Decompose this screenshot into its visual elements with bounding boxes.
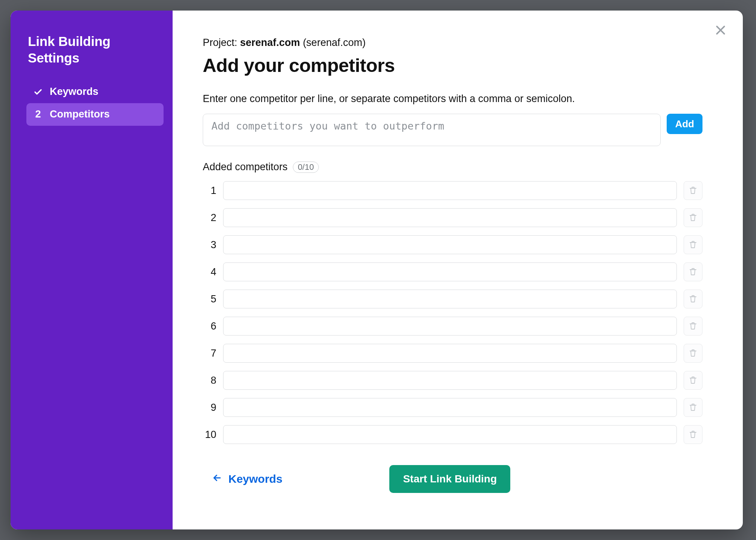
competitor-entry-input[interactable]	[203, 114, 661, 146]
instructions-text: Enter one competitor per line, or separa…	[203, 93, 724, 105]
back-to-keywords-button[interactable]: Keywords	[212, 473, 282, 486]
back-link-label: Keywords	[228, 473, 282, 485]
row-number: 1	[203, 185, 216, 197]
delete-competitor-button[interactable]	[684, 344, 702, 363]
competitor-row: 1	[203, 181, 702, 200]
competitor-input[interactable]	[223, 425, 677, 444]
delete-competitor-button[interactable]	[684, 181, 702, 200]
trash-icon	[689, 348, 698, 358]
competitor-input[interactable]	[223, 181, 677, 200]
delete-competitor-button[interactable]	[684, 398, 702, 417]
row-number: 8	[203, 375, 216, 386]
project-domain: serenaf.com	[240, 37, 300, 48]
delete-competitor-button[interactable]	[684, 262, 702, 281]
row-number: 2	[203, 212, 216, 224]
main-panel: Project: serenaf.com (serenaf.com) Add y…	[173, 11, 743, 529]
row-number: 4	[203, 266, 216, 278]
sidebar-item-label: Competitors	[50, 108, 110, 120]
trash-icon	[689, 403, 698, 413]
trash-icon	[689, 430, 698, 440]
trash-icon	[689, 240, 698, 250]
row-number: 3	[203, 239, 216, 251]
delete-competitor-button[interactable]	[684, 290, 702, 308]
delete-competitor-button[interactable]	[684, 425, 702, 444]
competitor-rows: 12345678910	[203, 181, 702, 444]
trash-icon	[689, 321, 698, 331]
delete-competitor-button[interactable]	[684, 371, 702, 390]
added-competitors-header: Added competitors 0/10	[203, 161, 724, 173]
delete-competitor-button[interactable]	[684, 208, 702, 227]
competitor-entry-row: Add	[203, 114, 702, 146]
competitor-input[interactable]	[223, 290, 677, 308]
competitor-row: 3	[203, 235, 702, 254]
competitor-row: 8	[203, 371, 702, 390]
sidebar: Link Building Settings Keywords 2 Compet…	[11, 11, 173, 529]
trash-icon	[689, 294, 698, 304]
link-building-settings-modal: Link Building Settings Keywords 2 Compet…	[11, 11, 743, 529]
competitor-input[interactable]	[223, 344, 677, 363]
trash-icon	[689, 375, 698, 386]
delete-competitor-button[interactable]	[684, 235, 702, 254]
row-number: 5	[203, 293, 216, 305]
trash-icon	[689, 213, 698, 223]
row-number: 10	[203, 429, 216, 441]
project-label: Project:	[203, 37, 240, 48]
added-count-badge: 0/10	[293, 162, 319, 173]
competitor-row: 10	[203, 425, 702, 444]
delete-competitor-button[interactable]	[684, 317, 702, 336]
competitor-row: 7	[203, 344, 702, 363]
close-button[interactable]	[712, 22, 729, 39]
sidebar-title: Link Building Settings	[28, 33, 164, 66]
row-number: 6	[203, 320, 216, 332]
trash-icon	[689, 267, 698, 277]
competitor-row: 9	[203, 398, 702, 417]
competitor-input[interactable]	[223, 317, 677, 336]
row-number: 9	[203, 402, 216, 413]
arrow-left-icon	[212, 473, 222, 486]
competitor-input[interactable]	[223, 371, 677, 390]
project-line: Project: serenaf.com (serenaf.com)	[203, 37, 724, 49]
competitor-row: 4	[203, 262, 702, 281]
trash-icon	[689, 186, 698, 196]
row-number: 7	[203, 348, 216, 359]
sidebar-item-competitors[interactable]: 2 Competitors	[26, 103, 164, 126]
steps-list: Keywords 2 Competitors	[26, 81, 164, 126]
page-title: Add your competitors	[203, 55, 724, 76]
competitor-input[interactable]	[223, 398, 677, 417]
competitor-input[interactable]	[223, 235, 677, 254]
close-icon	[714, 24, 727, 38]
add-button[interactable]: Add	[667, 114, 702, 134]
project-paren: (serenaf.com)	[300, 37, 366, 48]
start-link-building-button[interactable]: Start Link Building	[389, 465, 510, 493]
competitor-row: 2	[203, 208, 702, 227]
sidebar-item-label: Keywords	[50, 86, 98, 98]
check-icon	[33, 87, 43, 96]
competitor-row: 6	[203, 317, 702, 336]
competitor-input[interactable]	[223, 208, 677, 227]
footer: Keywords Start Link Building	[203, 465, 702, 493]
sidebar-item-keywords[interactable]: Keywords	[26, 81, 164, 103]
added-competitors-label: Added competitors	[203, 161, 288, 173]
step-number: 2	[33, 108, 43, 120]
competitor-row: 5	[203, 290, 702, 308]
competitor-input[interactable]	[223, 262, 677, 281]
